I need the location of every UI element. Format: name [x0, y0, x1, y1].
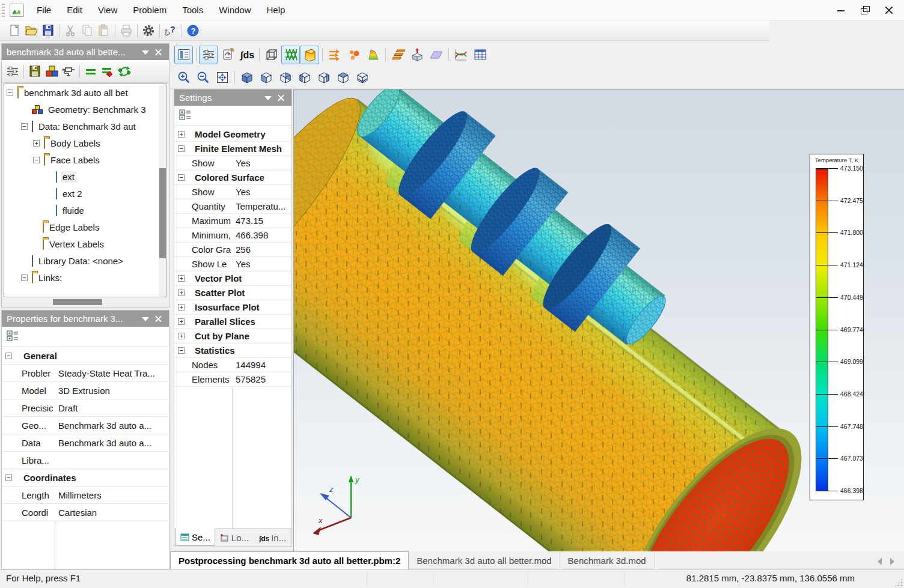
- expand-icon[interactable]: [178, 333, 185, 339]
- zoom-in-button[interactable]: [174, 68, 193, 86]
- bottom-view-button[interactable]: [353, 68, 371, 86]
- equals-green-button[interactable]: [82, 63, 99, 80]
- menu-help[interactable]: Help: [259, 0, 293, 20]
- collapse-icon[interactable]: [21, 123, 28, 130]
- left-view-button[interactable]: [295, 68, 314, 86]
- collapse-icon[interactable]: [7, 89, 13, 96]
- expand-icon[interactable]: [178, 318, 185, 325]
- section-finite-element-mesh[interactable]: Finite Element Mesh: [174, 142, 292, 156]
- tab-settings[interactable]: Se...: [176, 529, 215, 546]
- resize-grip[interactable]: [894, 578, 903, 587]
- setting-value[interactable]: 466.398: [232, 230, 292, 240]
- tree-item-ext-2[interactable]: ext 2: [4, 185, 166, 202]
- new-document-button[interactable]: [6, 22, 23, 39]
- minimize-button[interactable]: [837, 6, 845, 14]
- geometry-cubes-button[interactable]: [43, 63, 60, 80]
- table-view-button[interactable]: [471, 46, 489, 64]
- tree-item-body-labels[interactable]: Body Labels: [4, 135, 166, 151]
- collapse-icon[interactable]: [5, 353, 12, 359]
- scrollbar-thumb[interactable]: [159, 168, 166, 258]
- back-view-button[interactable]: [276, 68, 295, 86]
- section-scatter-plot[interactable]: Scatter Plot: [174, 286, 292, 300]
- collapse-icon[interactable]: [178, 145, 185, 152]
- help-button[interactable]: ?: [185, 22, 201, 39]
- section-vector-plot[interactable]: Vector Plot: [174, 271, 292, 286]
- zoom-out-button[interactable]: [194, 68, 212, 86]
- tree-item-data[interactable]: Data: Benchmark 3d aut: [4, 118, 166, 135]
- wireframe-button[interactable]: [262, 46, 281, 64]
- collapse-icon[interactable]: [178, 347, 185, 354]
- legend-panel-button[interactable]: [174, 46, 193, 64]
- xy-plot-button[interactable]: [451, 46, 470, 64]
- open-folder-button[interactable]: [23, 22, 40, 39]
- panel-close-icon[interactable]: [153, 314, 164, 324]
- collapse-icon[interactable]: [178, 174, 185, 181]
- section-colored-surface[interactable]: Colored Surface: [174, 171, 292, 185]
- section-statistics[interactable]: Statistics: [174, 344, 292, 358]
- setting-value[interactable]: 575825: [232, 374, 292, 384]
- property-value[interactable]: Draft: [55, 403, 169, 413]
- expand-icon[interactable]: [178, 131, 185, 138]
- setting-value[interactable]: 473.15: [232, 216, 292, 226]
- setting-value[interactable]: 256: [232, 244, 292, 255]
- panel-close-icon[interactable]: [153, 47, 164, 57]
- tree-item-ext[interactable]: ext: [4, 168, 166, 185]
- colored-surface-button[interactable]: [301, 46, 319, 64]
- parallel-slices-button[interactable]: [388, 46, 407, 64]
- tree-item-face-labels[interactable]: Face Labels: [4, 151, 166, 168]
- tree-item-problem-root[interactable]: benchmark 3d auto all bet: [4, 84, 166, 101]
- top-view-button[interactable]: [334, 68, 352, 86]
- front-view-button[interactable]: [257, 68, 275, 86]
- scrollbar-thumb[interactable]: [53, 299, 102, 305]
- tree-vertical-scrollbar[interactable]: [159, 84, 166, 297]
- setting-value[interactable]: Yes: [232, 187, 292, 197]
- restore-button[interactable]: [861, 6, 869, 14]
- panel-close-icon[interactable]: [276, 93, 287, 103]
- setting-value[interactable]: 144994: [232, 360, 292, 370]
- property-value[interactable]: Millimeters: [55, 490, 169, 500]
- tab-model[interactable]: Benchmark 3d.mod: [560, 552, 655, 569]
- section-parallel-slices[interactable]: Parallel Slices: [174, 315, 292, 329]
- local-values-probe-button[interactable]: [218, 46, 237, 64]
- mesh-button[interactable]: [281, 46, 300, 64]
- section-cut-by-plane[interactable]: Cut by Plane: [174, 329, 292, 344]
- setting-value[interactable]: Yes: [232, 259, 292, 269]
- tab-integral-calculator[interactable]: ∫ds In...: [254, 529, 291, 547]
- save-as-button[interactable]: [26, 63, 43, 80]
- panel-menu-chevron-icon[interactable]: [263, 93, 273, 103]
- viewport-3d[interactable]: y z x Temperature T, K 473.150472.475471…: [293, 89, 904, 551]
- settings-gear-button[interactable]: [140, 22, 157, 39]
- section-general[interactable]: General: [2, 347, 169, 365]
- copy-button[interactable]: [79, 22, 96, 39]
- plot-settings-button[interactable]: [199, 46, 218, 64]
- settings-panel-titlebar[interactable]: Settings: [174, 89, 292, 106]
- context-help-button[interactable]: ?: [162, 22, 179, 39]
- menu-problem[interactable]: Problem: [125, 0, 174, 20]
- isosurface-plot-button[interactable]: [364, 46, 382, 64]
- isometric-view-button[interactable]: [237, 68, 256, 86]
- expand-icon[interactable]: [178, 304, 185, 311]
- transfer-circuit-button[interactable]: [60, 63, 77, 80]
- zoom-to-fit-button[interactable]: [213, 68, 231, 86]
- close-button[interactable]: [885, 6, 893, 14]
- categorized-view-icon[interactable]: [179, 109, 191, 122]
- print-button[interactable]: [118, 22, 135, 39]
- tree-item-library-data[interactable]: Library Data: <none>: [4, 252, 166, 269]
- property-value[interactable]: Benchmark 3d auto a...: [55, 438, 169, 448]
- section-model-geometry[interactable]: Model Geometry: [174, 127, 292, 142]
- panel-menu-chevron-icon[interactable]: [140, 314, 151, 324]
- panel-menu-chevron-icon[interactable]: [140, 47, 151, 57]
- tab-scroll-right-icon[interactable]: [890, 558, 894, 565]
- tab-postprocessing[interactable]: Postprocessing benchmark 3d auto all bet…: [170, 551, 409, 569]
- save-button[interactable]: [40, 22, 56, 39]
- tree-item-vertex-labels[interactable]: Vertex Labels: [4, 235, 166, 252]
- tree-item-links[interactable]: Links:: [4, 269, 166, 286]
- plane-button[interactable]: [427, 46, 445, 64]
- collapse-icon[interactable]: [5, 474, 12, 481]
- tree-item-fluide[interactable]: fluide: [4, 202, 166, 219]
- collapse-icon[interactable]: [33, 157, 40, 163]
- section-coordinates[interactable]: Coordinates: [2, 469, 169, 486]
- expand-icon[interactable]: [178, 275, 185, 282]
- paste-button[interactable]: [96, 22, 112, 39]
- integral-calculator-button[interactable]: ∫ds: [237, 46, 256, 64]
